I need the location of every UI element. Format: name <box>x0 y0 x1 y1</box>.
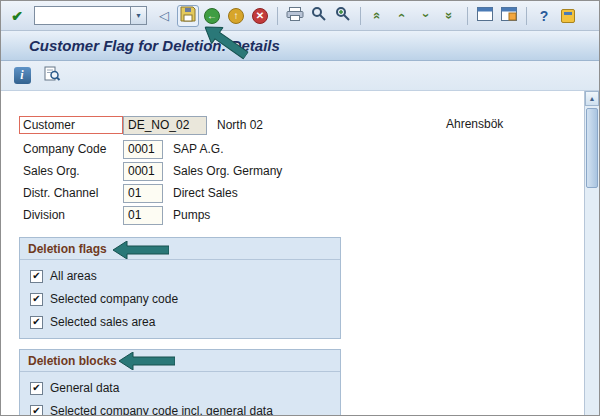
command-field: ▼ <box>34 6 147 25</box>
deletion-blocks-body: ✔ General data ✔ Selected company code i… <box>20 372 340 416</box>
last-page-icon: » <box>442 12 457 19</box>
customize-icon <box>561 9 575 23</box>
company-code-input[interactable]: 0001 <box>123 140 163 159</box>
sales-org-row: Sales Org. 0001 Sales Org. Germany <box>19 161 579 181</box>
create-shortcut-button[interactable] <box>498 5 520 27</box>
system-toolbar: ✔ ▼ ◁ ← ↑ ✕ <box>1 1 599 31</box>
up-button[interactable]: ↑ <box>225 5 247 27</box>
selected-company-incl-general-option: ✔ Selected company code incl. general da… <box>30 404 330 416</box>
previous-page-button[interactable]: ‹ <box>391 5 413 27</box>
sales-org-input[interactable]: 0001 <box>123 162 163 181</box>
command-input[interactable] <box>34 6 130 25</box>
division-label: Division <box>19 206 123 224</box>
shortcut-icon <box>501 7 517 24</box>
save-button[interactable] <box>177 5 199 27</box>
all-areas-label: All areas <box>50 269 97 283</box>
distr-channel-label: Distr. Channel <box>19 184 123 202</box>
general-data-label: General data <box>50 381 119 395</box>
selected-company-code-label: Selected company code <box>50 292 178 306</box>
help-button[interactable]: ? <box>533 5 555 27</box>
deletion-flags-title: Deletion flags <box>20 238 340 260</box>
distr-channel-row: Distr. Channel 01 Direct Sales <box>19 183 579 203</box>
all-areas-checkbox[interactable]: ✔ <box>30 270 43 283</box>
new-session-button[interactable] <box>474 5 496 27</box>
form-area: Customer DE_NO_02 North 02 Ahrensbök Com… <box>1 91 599 415</box>
help-icon: ? <box>540 8 549 24</box>
save-icon <box>180 6 196 25</box>
sap-window: ✔ ▼ ◁ ← ↑ ✕ <box>0 0 600 416</box>
deletion-blocks-group: Deletion blocks ✔ General data ✔ Selecte… <box>19 349 341 416</box>
first-page-button[interactable]: « <box>367 5 389 27</box>
selected-sales-area-label: Selected sales area <box>50 315 155 329</box>
search-icon <box>311 6 327 25</box>
cancel-button[interactable]: ✕ <box>249 5 271 27</box>
last-page-button[interactable]: » <box>439 5 461 27</box>
selected-company-incl-general-label: Selected company code incl. general data <box>50 404 273 416</box>
customer-input[interactable]: DE_NO_02 <box>123 116 207 135</box>
back-icon: ◁ <box>159 8 169 23</box>
find-next-button[interactable] <box>332 5 354 27</box>
general-data-option: ✔ General data <box>30 381 330 395</box>
customer-label: Customer <box>19 116 123 134</box>
annotation-arrow-deletion-flags <box>113 241 169 259</box>
scrollbar-thumb[interactable] <box>586 108 598 188</box>
sales-org-description: Sales Org. Germany <box>173 164 282 178</box>
vertical-scrollbar[interactable]: ▲ <box>584 91 599 415</box>
enter-button[interactable]: ✔ <box>6 5 28 27</box>
customer-row: Customer DE_NO_02 North 02 Ahrensbök <box>19 115 579 135</box>
toolbar-separator <box>467 7 468 25</box>
first-page-icon: « <box>370 12 385 19</box>
scroll-up-icon: ▲ <box>589 95 596 102</box>
distr-channel-input[interactable]: 01 <box>123 184 163 203</box>
document-search-icon <box>44 66 61 85</box>
title-bar: Customer Flag for Deletion: Details <box>1 31 599 61</box>
application-toolbar: i <box>1 61 599 91</box>
info-button[interactable]: i <box>11 65 33 87</box>
company-code-label: Company Code <box>19 140 123 158</box>
print-button[interactable] <box>284 5 306 27</box>
deletion-flags-body: ✔ All areas ✔ Selected company code ✔ Se… <box>20 260 340 337</box>
all-areas-option: ✔ All areas <box>30 269 330 283</box>
command-dropdown-button[interactable]: ▼ <box>130 6 147 25</box>
find-button[interactable] <box>308 5 330 27</box>
deletion-blocks-title: Deletion blocks <box>20 350 340 372</box>
toolbar-separator <box>277 7 278 25</box>
division-input[interactable]: 01 <box>123 206 163 225</box>
back-button[interactable]: ◁ <box>153 5 175 27</box>
search-next-icon <box>335 6 351 25</box>
annotation-arrow-deletion-blocks <box>119 352 175 370</box>
division-row: Division 01 Pumps <box>19 205 579 225</box>
toolbar-separator <box>360 7 361 25</box>
info-icon: i <box>14 67 31 84</box>
general-data-checkbox[interactable]: ✔ <box>30 382 43 395</box>
next-page-button[interactable]: › <box>415 5 437 27</box>
selected-sales-area-option: ✔ Selected sales area <box>30 315 330 329</box>
selected-company-code-option: ✔ Selected company code <box>30 292 330 306</box>
enter-icon: ✔ <box>11 8 23 24</box>
company-code-description: SAP A.G. <box>173 142 223 156</box>
customer-city: Ahrensbök <box>446 117 503 131</box>
next-page-icon: › <box>419 13 434 17</box>
division-description: Pumps <box>173 208 210 222</box>
selected-company-code-checkbox[interactable]: ✔ <box>30 293 43 306</box>
customize-layout-button[interactable] <box>557 5 579 27</box>
company-code-row: Company Code 0001 SAP A.G. <box>19 139 579 159</box>
new-session-icon <box>477 7 493 24</box>
print-icon <box>286 7 304 24</box>
distr-channel-description: Direct Sales <box>173 186 238 200</box>
scroll-up-button[interactable]: ▲ <box>585 91 599 106</box>
previous-page-icon: ‹ <box>395 13 410 17</box>
deletion-flags-group: Deletion flags ✔ All areas ✔ Selected co… <box>19 237 341 339</box>
cancel-icon: ✕ <box>252 8 268 24</box>
selected-company-incl-general-checkbox[interactable]: ✔ <box>30 405 43 416</box>
selected-sales-area-checkbox[interactable]: ✔ <box>30 316 43 329</box>
sales-org-label: Sales Org. <box>19 162 123 180</box>
chevron-down-icon: ▼ <box>135 12 142 19</box>
customer-description: North 02 <box>217 118 263 132</box>
toolbar-separator <box>526 7 527 25</box>
display-overview-button[interactable] <box>41 65 63 87</box>
up-icon: ↑ <box>228 8 244 24</box>
